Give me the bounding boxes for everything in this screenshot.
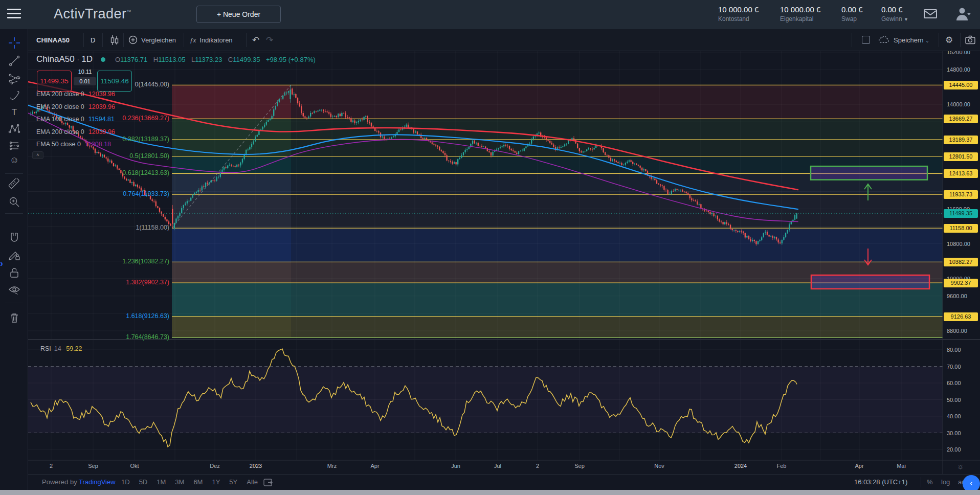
- crosshair-tool-icon[interactable]: [8, 37, 20, 49]
- chart-legend: ChinaA50 · 1D O11376.71 H11513.05 L11373…: [36, 54, 319, 64]
- goto-date-icon[interactable]: [263, 478, 274, 488]
- chart-canvas[interactable]: [0, 0, 980, 495]
- log-scale-toggle[interactable]: log: [941, 478, 950, 486]
- pip-chip: 0.01: [74, 77, 96, 85]
- chart-toolbar: CHINAA50 D Vergleichen ƒxIndikatoren ↶ ↷…: [28, 29, 980, 51]
- ruler-tool-icon[interactable]: [8, 178, 20, 191]
- indicator-row-4: EMA 50 close 011308.18: [36, 138, 115, 151]
- chevron-down-icon: ⌄: [925, 38, 929, 43]
- save-layout-button[interactable]: Speichern ⌄: [878, 29, 929, 51]
- compare-button[interactable]: Vergleichen: [128, 29, 176, 51]
- top-navbar: ActivTrader™ + Neue Order 10 000.00 € Ko…: [0, 0, 980, 29]
- activtrader-app: 0(14445.00)0.236(13669.27)0.382(13189.37…: [0, 0, 980, 495]
- chart-style-icon[interactable]: [109, 35, 120, 48]
- stat-eigenkapital: 10 000.00 € Eigenkapital: [780, 5, 820, 22]
- app-logo: ActivTrader™: [54, 6, 131, 22]
- redo-icon[interactable]: ↷: [266, 29, 273, 51]
- range-button-1d[interactable]: 1D: [121, 478, 130, 486]
- legend-open: 11376.71: [120, 56, 147, 63]
- stat-swap: 0.00 € Swap: [841, 5, 863, 22]
- drawing-toolbar: T ☺: [0, 29, 28, 490]
- legend-symbol: ChinaA50: [36, 54, 75, 64]
- hide-drawings-eye-icon[interactable]: [8, 284, 20, 296]
- watchlist-expand-chevron[interactable]: ›: [0, 258, 3, 269]
- avatar[interactable]: [954, 7, 975, 24]
- market-open-dot: [101, 57, 105, 62]
- brush-tool-icon[interactable]: [8, 89, 20, 102]
- spread: 10.11 0.01: [74, 69, 96, 85]
- range-buttons: 1D5D1M3M6M1Y5YAlle: [121, 478, 258, 486]
- legend-high: 11513.05: [158, 56, 185, 63]
- mail-icon[interactable]: [924, 8, 937, 21]
- emoji-tool-icon[interactable]: ☺: [8, 155, 20, 167]
- rsi-legend: RSI14 59.22: [40, 345, 82, 352]
- drawing-mode-lock-icon[interactable]: [8, 249, 20, 261]
- percent-scale-toggle[interactable]: %: [927, 478, 933, 486]
- text-tool-icon[interactable]: T: [8, 106, 20, 118]
- menu-icon[interactable]: [7, 9, 21, 20]
- range-button-alle[interactable]: Alle: [247, 478, 258, 486]
- zoom-in-tool-icon[interactable]: [8, 196, 20, 208]
- legend-interval: 1D: [81, 54, 93, 64]
- range-button-1m[interactable]: 1M: [157, 478, 166, 486]
- range-button-5d[interactable]: 5D: [139, 478, 148, 486]
- new-order-button[interactable]: + Neue Order: [196, 6, 281, 23]
- svg-text:T: T: [12, 107, 17, 117]
- camera-icon[interactable]: [965, 35, 975, 46]
- pitchfork-tool-icon[interactable]: [8, 72, 20, 84]
- layout-select-icon[interactable]: [862, 36, 870, 44]
- clock[interactable]: 16:03:28 (UTC+1): [854, 478, 907, 486]
- range-button-5y[interactable]: 5Y: [229, 478, 237, 486]
- indicator-row-3: EMA 200 close 012039.96: [36, 126, 115, 139]
- lock-tool-icon[interactable]: [8, 267, 20, 279]
- delete-tool-icon[interactable]: [8, 311, 20, 324]
- indicator-legend: EMA 200 close 012039.96EMA 200 close 012…: [36, 88, 115, 151]
- indicator-row-2: EMA 100 close 011594.81: [36, 113, 115, 126]
- rsi-value: 59.22: [66, 345, 82, 352]
- legend-low: 11373.23: [195, 56, 222, 63]
- powered-by: Powered by TradingView: [42, 478, 116, 486]
- range-button-3m[interactable]: 3M: [175, 478, 184, 486]
- gear-icon[interactable]: ⚙: [945, 29, 953, 51]
- range-button-1y[interactable]: 1Y: [212, 478, 220, 486]
- bottom-edge-strip: [0, 490, 980, 495]
- undo-icon[interactable]: ↶: [252, 29, 259, 51]
- indicators-button[interactable]: ƒxIndikatoren: [190, 29, 233, 51]
- indicator-row-1: EMA 200 close 012039.96: [36, 101, 115, 114]
- trademark: ™: [127, 9, 132, 14]
- chevron-down-icon: ▼: [904, 17, 908, 22]
- theme-sun-icon[interactable]: ☼: [957, 462, 964, 470]
- fx-icon: ƒx: [190, 36, 196, 44]
- tradingview-link[interactable]: TradingView: [79, 478, 116, 486]
- stat-kontostand: 10 000.00 € Kontostand: [718, 5, 759, 22]
- stat-gewinn-dropdown[interactable]: 0.00 € Gewinn ▼: [881, 5, 908, 22]
- symbol-button[interactable]: CHINAA50: [36, 29, 70, 51]
- indicator-row-0: EMA 200 close 012039.96: [36, 88, 115, 101]
- legend-close: 11499.35: [233, 56, 260, 63]
- range-button-6m[interactable]: 6M: [193, 478, 203, 486]
- interval-button[interactable]: D: [91, 29, 95, 51]
- legend-change: +98.95 (+0.87%): [266, 56, 316, 63]
- bottom-bar: Powered by TradingView 1D5D1M3M6M1Y5YAll…: [28, 474, 980, 490]
- magnet-tool-icon[interactable]: [8, 232, 20, 244]
- legend-collapse-chevron[interactable]: ˄: [32, 151, 43, 159]
- forecast-tool-icon[interactable]: [8, 140, 20, 152]
- trendline-tool-icon[interactable]: [8, 55, 20, 67]
- xabcd-pattern-tool-icon[interactable]: [8, 123, 20, 135]
